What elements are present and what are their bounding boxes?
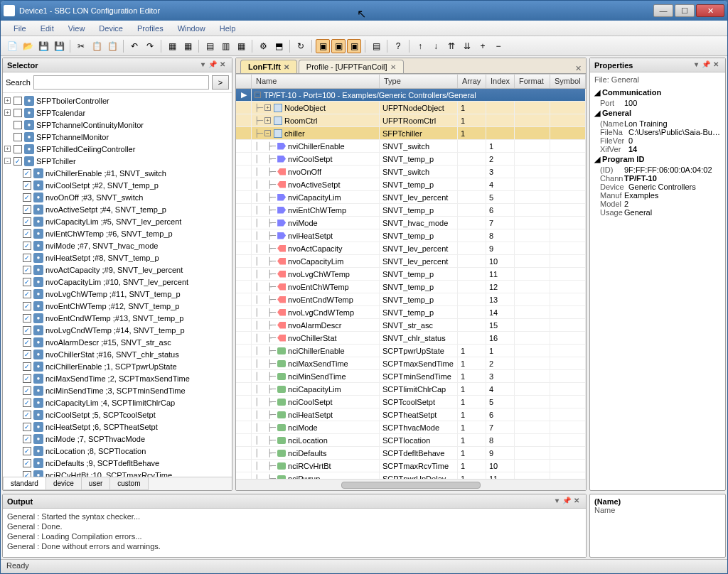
- expand-icon[interactable]: +: [4, 109, 11, 116]
- tree-checkbox[interactable]: ✓: [23, 326, 31, 335]
- prop-value[interactable]: TP/FT-10: [624, 174, 721, 183]
- prop-value[interactable]: 14: [628, 145, 721, 153]
- tree-checkbox[interactable]: ✓: [23, 205, 31, 214]
- move-up-icon[interactable]: ↑: [413, 39, 427, 53]
- tree-node[interactable]: +●SFPTboilerController: [4, 94, 230, 107]
- grid-nv-row[interactable]: │ ├─nvoActCapacitySNVT_lev_percent9: [236, 242, 586, 255]
- tree-checkbox[interactable]: ✓: [14, 157, 22, 166]
- tab-lonft[interactable]: LonFT.lft✕: [240, 60, 297, 73]
- menu-window[interactable]: Window: [172, 23, 211, 34]
- tree-node[interactable]: ✓●nciLocation ;8, SCPTlocation: [4, 445, 230, 457]
- tree-node[interactable]: ✓●nciDefaults ;9, SCPTdefltBehave: [4, 457, 230, 469]
- grid-nv-row[interactable]: │ ├─nvoEntCndWTempSNVT_temp_p13: [236, 293, 586, 306]
- col-index[interactable]: Index: [486, 75, 515, 88]
- output-pin-icon[interactable]: 📌: [562, 497, 572, 507]
- tree-checkbox[interactable]: ✓: [23, 242, 31, 250]
- tree-node[interactable]: ✓●nvoChillerStat ;#16, SNVT_chlr_status: [4, 348, 230, 360]
- grid-nv-row[interactable]: │ ├─nciModeSCPThvacMode17: [236, 421, 586, 434]
- tree-node[interactable]: -✓●SFPTchiller: [4, 155, 230, 167]
- collapse-icon[interactable]: −: [491, 39, 505, 53]
- properties-section[interactable]: ◢ Program ID: [594, 155, 721, 164]
- grid-nv-row[interactable]: │ ├─nciRCvHrtBtSCPTmaxRcvTime110: [236, 460, 586, 472]
- properties-row[interactable]: (NameLon Training: [594, 119, 721, 128]
- close-button[interactable]: ✕: [696, 4, 724, 17]
- properties-row[interactable]: (ID)9F:FF:FF:06:00:0A:04:02: [594, 166, 721, 174]
- tool-a-icon[interactable]: ▦: [165, 39, 179, 53]
- tree-checkbox[interactable]: ✓: [23, 459, 31, 467]
- redo-icon[interactable]: ↷: [143, 39, 157, 53]
- properties-row[interactable]: Port100: [594, 99, 721, 107]
- grid-nv-row[interactable]: │ ├─nciPwrupSCPTpwrUpDelay111: [236, 472, 586, 479]
- tab-profile[interactable]: Profile - [UFPTFanCoil]✕: [299, 60, 404, 73]
- properties-close-icon[interactable]: ✕: [711, 60, 721, 70]
- tree-checkbox[interactable]: ✓: [23, 302, 31, 310]
- selector-pin-icon[interactable]: 📌: [208, 60, 218, 70]
- grid-nv-row[interactable]: │ ├─nvoLvgCndWTempSNVT_temp_p14: [236, 306, 586, 319]
- grid-nv-row[interactable]: │ ├─nvoAlarmDescrSNVT_str_asc15: [236, 319, 586, 332]
- grid-scrollbar[interactable]: [236, 479, 586, 490]
- menu-help[interactable]: Help: [214, 23, 242, 34]
- properties-row[interactable]: FileVer0: [594, 136, 721, 145]
- move-bottom-icon[interactable]: ⇊: [460, 39, 474, 53]
- tree-node[interactable]: ✓●nciCapacityLim ;4, SCPTlimitChlrCap: [4, 396, 230, 408]
- col-name[interactable]: Name: [252, 75, 380, 88]
- grid-root-row[interactable]: ▶−TP/FT-10 - Port=100 - Examples/Generic…: [236, 89, 586, 102]
- output-menu-icon[interactable]: ▾: [552, 497, 562, 507]
- properties-row[interactable]: DeviceGeneric Controllers: [594, 183, 721, 191]
- tree-node[interactable]: ✓●nciChillerEnable ;1, SCPTpwrUpState: [4, 360, 230, 372]
- prop-value[interactable]: Generic Controllers: [628, 183, 721, 191]
- properties-row[interactable]: XifVer14: [594, 145, 721, 153]
- grid-fblock-row[interactable]: ├─+ RoomCtrlUFPTRoomCtrl1: [236, 114, 586, 127]
- tool-c-icon[interactable]: ▤: [203, 39, 217, 53]
- grid-nv-row[interactable]: │ ├─nvoCapacityLimSNVT_lev_percent10: [236, 255, 586, 268]
- search-input[interactable]: [33, 75, 209, 90]
- open-icon[interactable]: 📂: [21, 39, 35, 53]
- tree-node[interactable]: ✓●nvoEntCndWTemp ;#13, SNVT_temp_p: [4, 312, 230, 324]
- tree-node[interactable]: ✓●nviCapacityLim ;#5, SNVT_lev_percent: [4, 215, 230, 227]
- selector-tab-standard[interactable]: standard: [3, 477, 46, 490]
- tool-b-icon[interactable]: ▦: [181, 39, 195, 53]
- move-down-icon[interactable]: ↓: [429, 39, 443, 53]
- undo-icon[interactable]: ↶: [127, 39, 141, 53]
- copy-icon[interactable]: 📋: [90, 39, 104, 53]
- tree-node[interactable]: ✓●nviCoolSetpt ;#2, SNVT_temp_p: [4, 179, 230, 191]
- menu-view[interactable]: View: [63, 23, 91, 34]
- titlebar[interactable]: Device1 - SBC LON Configuration Editor —…: [1, 1, 727, 21]
- move-top-icon[interactable]: ⇈: [444, 39, 459, 53]
- col-symbol[interactable]: Symbol: [550, 75, 586, 88]
- grid-nv-row[interactable]: │ ├─nviEntChWTempSNVT_temp_p6: [236, 204, 586, 217]
- tree-checkbox[interactable]: ✓: [23, 386, 31, 395]
- save-icon[interactable]: 💾: [36, 39, 50, 53]
- tree-checkbox[interactable]: [14, 133, 22, 141]
- grid-nv-row[interactable]: │ ├─nviCapacityLimSNVT_lev_percent5: [236, 191, 586, 204]
- properties-row[interactable]: Model2: [594, 200, 721, 208]
- grid-nv-row[interactable]: │ ├─nviCoolSetptSNVT_temp_p2: [236, 153, 586, 166]
- properties-section[interactable]: ◢ General: [594, 109, 721, 118]
- selector-close-icon[interactable]: ✕: [218, 60, 228, 70]
- grid-fblock-row[interactable]: ├─+ NodeObjectUFPTNodeObject1: [236, 102, 586, 114]
- saveall-icon[interactable]: 💾: [52, 39, 66, 53]
- tool-h-icon[interactable]: ▤: [369, 39, 383, 53]
- col-type[interactable]: Type: [380, 75, 458, 88]
- selector-tab-device[interactable]: device: [46, 477, 82, 490]
- selector-tree[interactable]: +●SFPTboilerController+●SFPTcalendar●SFP…: [3, 93, 232, 477]
- grid-nv-row[interactable]: │ ├─nvoLvgChWTempSNVT_temp_p11: [236, 268, 586, 281]
- properties-row[interactable]: ChannTP/FT-10: [594, 174, 721, 183]
- tree-checkbox[interactable]: [14, 109, 22, 117]
- tree-checkbox[interactable]: ✓: [23, 362, 31, 371]
- tree-checkbox[interactable]: ✓: [23, 411, 31, 419]
- tree-checkbox[interactable]: ✓: [23, 399, 31, 407]
- tree-checkbox[interactable]: [14, 97, 22, 105]
- tree-checkbox[interactable]: ✓: [23, 350, 31, 359]
- new-icon[interactable]: 📄: [5, 39, 19, 53]
- properties-menu-icon[interactable]: ▾: [691, 60, 701, 70]
- menu-file[interactable]: File: [8, 23, 32, 34]
- grid-nv-row[interactable]: │ ├─nvoActiveSetptSNVT_temp_p4: [236, 178, 586, 191]
- tree-checkbox[interactable]: ✓: [23, 423, 31, 431]
- expand-icon[interactable]: -: [4, 158, 11, 164]
- menu-edit[interactable]: Edit: [35, 23, 60, 34]
- tree-node[interactable]: ●SFPTchannelContinuityMonitor: [4, 119, 230, 131]
- tree-checkbox[interactable]: ✓: [23, 181, 31, 190]
- grid-nv-row[interactable]: │ ├─nciMaxSendTimeSCPTmaxSendTime12: [236, 357, 586, 370]
- selector-tab-custom[interactable]: custom: [109, 477, 148, 490]
